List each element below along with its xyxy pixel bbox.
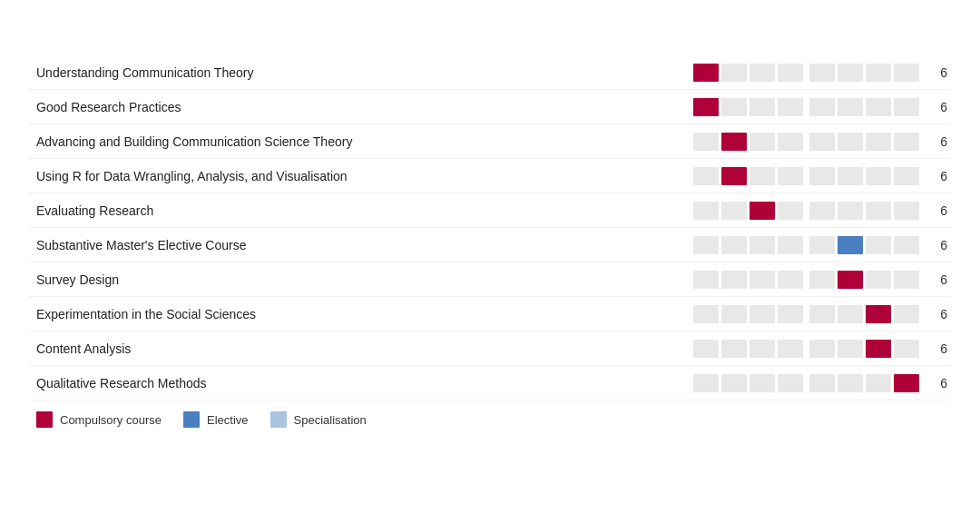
empty-block	[809, 236, 835, 254]
sem2-grid	[806, 340, 922, 358]
course-name: Advancing and Building Communication Sci…	[29, 134, 555, 149]
empty-block	[750, 305, 775, 323]
empty-block	[809, 340, 835, 358]
course-schedule: 6	[555, 167, 951, 185]
course-name: Content Analysis	[29, 341, 555, 356]
empty-block	[809, 202, 835, 220]
compulsory-block	[866, 305, 891, 323]
course-schedule: 6	[555, 271, 951, 289]
empty-block	[778, 133, 803, 151]
empty-block	[693, 271, 719, 289]
ec-value: 6	[922, 307, 951, 321]
sem2-grid	[806, 271, 922, 289]
empty-block	[809, 167, 835, 185]
legend-icon-compulsory	[36, 411, 53, 428]
course-schedule: 6	[555, 374, 951, 392]
empty-block	[809, 98, 835, 116]
empty-block	[866, 64, 891, 82]
empty-block	[838, 133, 863, 151]
course-schedule: 6	[555, 98, 951, 116]
sem1-grid	[690, 133, 806, 151]
sem1-grid	[690, 236, 806, 254]
empty-block	[693, 305, 719, 323]
empty-block	[778, 305, 803, 323]
sem2-grid	[806, 374, 922, 392]
ec-value: 6	[922, 100, 951, 114]
empty-block	[894, 167, 919, 185]
empty-block	[866, 236, 891, 254]
empty-block	[721, 64, 747, 82]
compulsory-block	[693, 64, 719, 82]
course-schedule: 6	[555, 236, 951, 254]
empty-block	[894, 133, 919, 151]
legend-item-compulsory: Compulsory course	[36, 411, 162, 428]
empty-block	[778, 271, 803, 289]
empty-block	[838, 98, 863, 116]
empty-block	[866, 167, 891, 185]
empty-block	[693, 202, 719, 220]
course-schedule: 6	[555, 305, 951, 323]
empty-block	[894, 64, 919, 82]
course-schedule: 6	[555, 64, 951, 82]
empty-block	[838, 64, 863, 82]
legend-label-specialisation: Specialisation	[294, 413, 367, 427]
legend-label-elective: Elective	[207, 413, 249, 427]
course-name: Using R for Data Wrangling, Analysis, an…	[29, 169, 555, 183]
sem1-grid	[690, 167, 806, 185]
table-row: Experimentation in the Social Sciences6	[29, 297, 951, 331]
legend-icon-elective	[183, 411, 200, 428]
empty-block	[778, 340, 803, 358]
ec-value: 6	[922, 65, 951, 80]
table-row: Good Research Practices6	[29, 90, 951, 124]
table-row: Evaluating Research6	[29, 193, 951, 228]
year-tabs	[29, 22, 951, 28]
sem1-grid	[690, 374, 806, 392]
table-row: Substantive Master's Elective Course6	[29, 228, 951, 262]
empty-block	[693, 133, 719, 151]
sem2-grid	[806, 167, 922, 185]
legend-item-specialisation: Specialisation	[270, 411, 367, 428]
empty-block	[750, 271, 775, 289]
course-name: Evaluating Research	[29, 203, 555, 218]
empty-block	[750, 64, 775, 82]
empty-block	[838, 167, 863, 185]
table-row: Qualitative Research Methods6	[29, 366, 951, 400]
empty-block	[778, 167, 803, 185]
empty-block	[721, 374, 747, 392]
empty-block	[866, 374, 891, 392]
course-schedule: 6	[555, 202, 951, 220]
sem2-grid	[806, 236, 922, 254]
empty-block	[894, 98, 919, 116]
table-row: Advancing and Building Communication Sci…	[29, 124, 951, 159]
course-name: Good Research Practices	[29, 100, 555, 114]
sem2-grid	[806, 305, 922, 323]
sem2-grid	[806, 98, 922, 116]
empty-block	[721, 305, 747, 323]
empty-block	[809, 271, 835, 289]
empty-block	[778, 64, 803, 82]
legend: Compulsory courseElectiveSpecialisation	[29, 411, 951, 428]
empty-block	[778, 236, 803, 254]
ec-value: 6	[922, 238, 951, 252]
empty-block	[750, 374, 775, 392]
legend-item-elective: Elective	[183, 411, 249, 428]
empty-block	[866, 202, 891, 220]
compulsory-block	[894, 374, 919, 392]
empty-block	[809, 133, 835, 151]
ec-value: 6	[922, 376, 951, 391]
sem1-grid	[690, 64, 806, 82]
empty-block	[866, 133, 891, 151]
empty-block	[721, 98, 747, 116]
elective-block	[838, 236, 863, 254]
empty-block	[866, 98, 891, 116]
empty-block	[894, 340, 919, 358]
empty-block	[809, 64, 835, 82]
empty-block	[809, 374, 835, 392]
table-row: Survey Design6	[29, 262, 951, 297]
empty-block	[750, 340, 775, 358]
compulsory-block	[750, 202, 775, 220]
page: Understanding Communication Theory6Good …	[0, 0, 980, 524]
empty-block	[750, 236, 775, 254]
empty-block	[778, 98, 803, 116]
empty-block	[809, 305, 835, 323]
